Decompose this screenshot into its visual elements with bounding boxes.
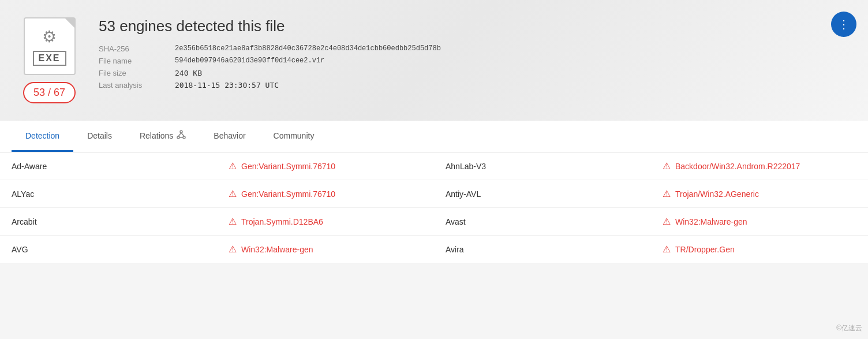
sha256-value: 2e356b6518ce21ae8af3b8828d40c36728e2c4e0…	[175, 44, 845, 53]
tab-detection-label: Detection	[25, 131, 59, 140]
table-row: AVG ⚠ Win32:Malware-gen Avira ⚠ TR/Dropp…	[0, 236, 868, 263]
filename-value: 594deb097946a6201d3e90ff0d14cee2.vir	[175, 57, 845, 65]
threat-label: Backdoor/Win32.Androm.R222017	[675, 162, 800, 171]
tab-behavior[interactable]: Behavior	[200, 121, 259, 152]
more-options-button[interactable]: ⋮	[831, 12, 856, 37]
warning-icon: ⚠	[663, 216, 671, 227]
svg-line-3	[178, 133, 181, 136]
threat-label: TR/Dropper.Gen	[675, 245, 735, 254]
table-row: Ad-Aware ⚠ Gen:Variant.Symmi.76710 AhnLa…	[0, 152, 868, 180]
table-row: ALYac ⚠ Gen:Variant.Symmi.76710 Antiy-AV…	[0, 180, 868, 208]
threat-label: Trojan/Win32.AGeneric	[675, 189, 759, 199]
tab-details-label: Details	[87, 131, 112, 140]
threat-name[interactable]: ⚠ Trojan/Win32.AGeneric	[651, 180, 868, 207]
tab-community[interactable]: Community	[260, 121, 328, 152]
table-row: Arcabit ⚠ Trojan.Symmi.D12BA6 Avast ⚠ Wi…	[0, 208, 868, 236]
warning-icon: ⚠	[229, 216, 237, 227]
threat-label: Gen:Variant.Symmi.76710	[241, 189, 335, 199]
engine-name: Ad-Aware	[0, 154, 217, 179]
lastanalysis-label: Last analysis	[99, 81, 168, 90]
svg-point-0	[180, 131, 182, 133]
threat-label: Trojan.Symmi.D12BA6	[241, 217, 323, 226]
warning-icon: ⚠	[229, 188, 237, 199]
tab-relations[interactable]: Relations	[126, 121, 200, 152]
threat-label: Win32:Malware-gen	[241, 245, 313, 254]
warning-icon: ⚠	[663, 244, 671, 255]
tab-details[interactable]: Details	[73, 121, 126, 152]
threat-name[interactable]: ⚠ Win32:Malware-gen	[651, 208, 868, 235]
filename-label: File name	[99, 57, 168, 65]
svg-point-2	[183, 136, 185, 139]
svg-point-1	[177, 136, 179, 139]
warning-icon: ⚠	[663, 161, 671, 172]
header-section: ⚙ EXE 53 / 67 53 engines detected this f…	[0, 0, 868, 121]
engine-name: Avira	[434, 237, 651, 262]
file-meta: SHA-256 2e356b6518ce21ae8af3b8828d40c367…	[99, 44, 845, 90]
engine-name: AVG	[0, 237, 217, 262]
warning-icon: ⚠	[229, 244, 237, 255]
lastanalysis-value: 2018-11-15 23:30:57 UTC	[175, 81, 845, 90]
threat-name[interactable]: ⚠ Gen:Variant.Symmi.76710	[217, 180, 434, 207]
tab-relations-label: Relations	[140, 131, 173, 140]
threat-name[interactable]: ⚠ TR/Dropper.Gen	[651, 236, 868, 263]
tab-detection[interactable]: Detection	[12, 121, 73, 152]
filesize-label: File size	[99, 69, 168, 77]
threat-label: Gen:Variant.Symmi.76710	[241, 162, 335, 171]
file-icon-container: ⚙ EXE 53 / 67	[23, 17, 76, 103]
engine-name: Antiy-AVL	[434, 181, 651, 207]
file-icon: ⚙ EXE	[24, 17, 76, 75]
tabs-section: Detection Details Relations Behavior Com…	[0, 121, 868, 152]
threat-label: Win32:Malware-gen	[675, 217, 747, 226]
threat-name[interactable]: ⚠ Trojan.Symmi.D12BA6	[217, 208, 434, 235]
engine-name: Arcabit	[0, 209, 217, 234]
threat-name[interactable]: ⚠ Backdoor/Win32.Androm.R222017	[651, 152, 868, 180]
file-info: 53 engines detected this file SHA-256 2e…	[99, 17, 845, 90]
file-type-label: EXE	[33, 51, 66, 66]
sha256-label: SHA-256	[99, 44, 168, 53]
threat-name[interactable]: ⚠ Gen:Variant.Symmi.76710	[217, 152, 434, 180]
tab-behavior-label: Behavior	[214, 131, 245, 140]
relations-icon	[177, 130, 186, 141]
threat-name[interactable]: ⚠ Win32:Malware-gen	[217, 236, 434, 263]
gear-icon: ⚙	[42, 27, 57, 46]
file-title: 53 engines detected this file	[99, 17, 845, 35]
engine-name: AhnLab-V3	[434, 154, 651, 179]
tab-community-label: Community	[274, 131, 315, 140]
engine-name: ALYac	[0, 181, 217, 207]
engine-name: Avast	[434, 209, 651, 234]
detection-table: Ad-Aware ⚠ Gen:Variant.Symmi.76710 AhnLa…	[0, 152, 868, 263]
detection-badge: 53 / 67	[23, 82, 76, 103]
warning-icon: ⚠	[663, 188, 671, 199]
svg-line-4	[181, 133, 184, 136]
filesize-value: 240 KB	[175, 69, 845, 77]
warning-icon: ⚠	[229, 161, 237, 172]
